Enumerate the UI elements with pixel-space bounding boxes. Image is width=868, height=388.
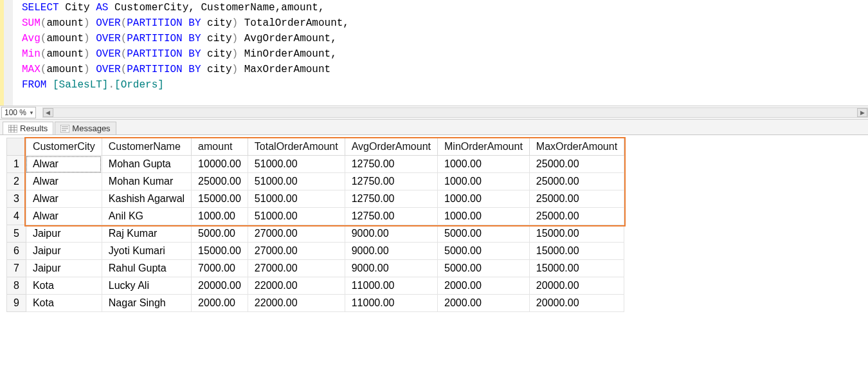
cell[interactable]: 12750.00 (345, 156, 437, 173)
cell[interactable]: Jaipur (26, 243, 102, 260)
cell[interactable]: Jaipur (26, 260, 102, 277)
cell[interactable]: 51000.00 (248, 190, 345, 208)
cell[interactable]: 51000.00 (248, 208, 345, 225)
cell[interactable]: Raj Kumar (102, 225, 191, 243)
cell[interactable]: 22000.00 (248, 277, 345, 295)
cell[interactable]: 20000.00 (529, 277, 624, 295)
cell[interactable]: 5000.00 (192, 225, 248, 243)
cell[interactable]: 15000.00 (529, 260, 624, 277)
cell[interactable]: 2000.00 (438, 295, 530, 312)
tab-results[interactable]: Results (3, 122, 53, 134)
cell[interactable]: 9000.00 (345, 260, 437, 277)
cell[interactable]: Jaipur (26, 225, 102, 243)
cell[interactable]: 1000.00 (438, 156, 530, 173)
horizontal-scrollbar[interactable]: ◀ ▶ (42, 107, 868, 118)
cell[interactable]: 5000.00 (438, 260, 530, 277)
cell[interactable]: Kota (26, 295, 102, 312)
cell[interactable]: Mohan Kumar (102, 173, 191, 190)
cell[interactable]: 27000.00 (248, 225, 345, 243)
table-row[interactable]: 9KotaNagar Singh2000.0022000.0011000.002… (7, 295, 624, 312)
results-table[interactable]: CustomerCityCustomerNameamountTotalOrder… (6, 138, 624, 312)
cell[interactable]: 51000.00 (248, 156, 345, 173)
column-header[interactable]: CustomerCity (26, 138, 102, 156)
column-header[interactable]: CustomerName (102, 138, 191, 156)
cell[interactable]: 20000.00 (529, 295, 624, 312)
column-header[interactable]: MinOrderAmount (438, 138, 530, 156)
table-row[interactable]: 8KotaLucky Ali20000.0022000.0011000.0020… (7, 277, 624, 295)
cell[interactable]: 5000.00 (438, 225, 530, 243)
row-number-cell[interactable]: 8 (7, 277, 26, 295)
cell[interactable]: 25000.00 (529, 190, 624, 208)
zoom-bar: 100 % ▼ ◀ ▶ (0, 106, 868, 120)
row-number-cell[interactable]: 9 (7, 295, 26, 312)
table-row[interactable]: 2AlwarMohan Kumar25000.0051000.0012750.0… (7, 173, 624, 190)
table-row[interactable]: 5JaipurRaj Kumar5000.0027000.009000.0050… (7, 225, 624, 243)
cell[interactable]: 9000.00 (345, 243, 437, 260)
cell[interactable]: 7000.00 (192, 260, 248, 277)
cell[interactable]: 9000.00 (345, 225, 437, 243)
row-number-cell[interactable]: 5 (7, 225, 26, 243)
zoom-combo[interactable]: 100 % ▼ (1, 107, 36, 118)
column-header[interactable]: MaxOrderAmount (529, 138, 624, 156)
table-row[interactable]: 3AlwarKashish Agarwal15000.0051000.00127… (7, 190, 624, 208)
cell[interactable]: 1000.00 (438, 190, 530, 208)
cell[interactable]: 27000.00 (248, 243, 345, 260)
table-row[interactable]: 7JaipurRahul Gupta7000.0027000.009000.00… (7, 260, 624, 277)
cell[interactable]: 11000.00 (345, 277, 437, 295)
cell[interactable]: Anil KG (102, 208, 191, 225)
cell[interactable]: 11000.00 (345, 295, 437, 312)
row-number-cell[interactable]: 3 (7, 190, 26, 208)
cell[interactable]: Kota (26, 277, 102, 295)
editor-gutter (4, 0, 13, 106)
cell[interactable]: 12750.00 (345, 173, 437, 190)
chevron-down-icon: ▼ (29, 110, 34, 116)
cell[interactable]: 1000.00 (438, 173, 530, 190)
cell[interactable]: 25000.00 (529, 173, 624, 190)
sql-code[interactable]: SELECT City AS CustomerCity, CustomerNam… (13, 0, 350, 106)
cell[interactable]: 51000.00 (248, 173, 345, 190)
cell[interactable]: 1000.00 (192, 208, 248, 225)
cell[interactable]: Alwar (26, 208, 102, 225)
cell[interactable]: 20000.00 (192, 277, 248, 295)
row-number-cell[interactable]: 7 (7, 260, 26, 277)
tab-messages[interactable]: Messages (55, 122, 116, 134)
cell[interactable]: 15000.00 (192, 190, 248, 208)
cell[interactable]: 12750.00 (345, 208, 437, 225)
column-header[interactable]: TotalOrderAmount (248, 138, 345, 156)
scroll-left-icon[interactable]: ◀ (43, 108, 53, 117)
cell[interactable]: 22000.00 (248, 295, 345, 312)
cell[interactable]: 2000.00 (438, 277, 530, 295)
cell[interactable]: Lucky Ali (102, 277, 191, 295)
cell[interactable]: Mohan Gupta (102, 156, 191, 173)
cell[interactable]: Rahul Gupta (102, 260, 191, 277)
cell[interactable]: 27000.00 (248, 260, 345, 277)
cell[interactable]: 25000.00 (192, 173, 248, 190)
cell[interactable]: Kashish Agarwal (102, 190, 191, 208)
cell[interactable]: 15000.00 (529, 225, 624, 243)
cell[interactable]: 1000.00 (438, 208, 530, 225)
row-number-cell[interactable]: 4 (7, 208, 26, 225)
cell[interactable]: 15000.00 (192, 243, 248, 260)
scroll-right-icon[interactable]: ▶ (857, 108, 867, 117)
row-number-cell[interactable]: 2 (7, 173, 26, 190)
cell[interactable]: Alwar (26, 173, 102, 190)
cell[interactable]: Alwar (26, 190, 102, 208)
table-row[interactable]: 1AlwarMohan Gupta10000.0051000.0012750.0… (7, 156, 624, 173)
cell[interactable]: Nagar Singh (102, 295, 191, 312)
table-row[interactable]: 6JaipurJyoti Kumari15000.0027000.009000.… (7, 243, 624, 260)
cell[interactable]: Jyoti Kumari (102, 243, 191, 260)
cell[interactable]: Alwar (26, 156, 102, 173)
cell[interactable]: 25000.00 (529, 208, 624, 225)
cell[interactable]: 25000.00 (529, 156, 624, 173)
cell[interactable]: 5000.00 (438, 243, 530, 260)
column-header[interactable]: AvgOrderAmount (345, 138, 437, 156)
cell[interactable]: 12750.00 (345, 190, 437, 208)
row-number-cell[interactable]: 1 (7, 156, 26, 173)
row-number-cell[interactable]: 6 (7, 243, 26, 260)
cell[interactable]: 15000.00 (529, 243, 624, 260)
table-row[interactable]: 4AlwarAnil KG1000.0051000.0012750.001000… (7, 208, 624, 225)
sql-editor[interactable]: SELECT City AS CustomerCity, CustomerNam… (0, 0, 868, 106)
cell[interactable]: 10000.00 (192, 156, 248, 173)
cell[interactable]: 2000.00 (192, 295, 248, 312)
column-header[interactable]: amount (192, 138, 248, 156)
